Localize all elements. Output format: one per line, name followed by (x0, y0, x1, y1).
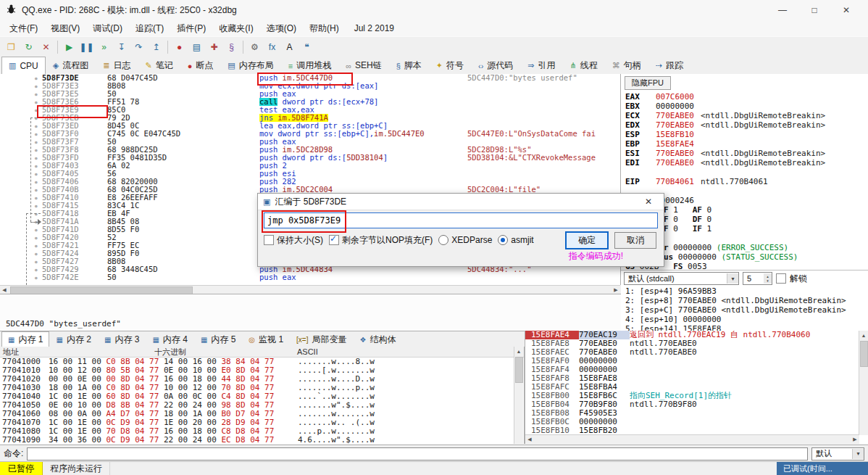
breakpoint-dot-icon[interactable]: ● (35, 234, 38, 241)
chevron-down-icon[interactable]: ▾ (852, 449, 864, 459)
disasm-row[interactable]: ●5D8F73DE68 D047C45Dpush im.5DC447D05DC4… (0, 74, 620, 82)
breakpoint-dot-icon[interactable]: ● (35, 249, 38, 257)
restart-icon[interactable]: ↻ (20, 39, 37, 55)
ok-button[interactable]: 确定 (565, 231, 609, 249)
menu-item[interactable]: 视图(V) (44, 20, 86, 37)
run-trace-icon[interactable]: » (96, 39, 112, 55)
calling-convention-select[interactable]: 默认 (stdcall) ▾ (624, 272, 739, 285)
register-line[interactable]: ECX770EABE0<ntdll.DbgUiRemoteBreakin> (621, 111, 868, 120)
flag-value[interactable]: 1 (702, 224, 726, 234)
menu-item[interactable]: 帮助(H) (303, 20, 346, 37)
disasm-row[interactable]: ●5D8F742E50push eax (0, 273, 620, 281)
breakpoint-dot-icon[interactable]: ● (35, 90, 38, 98)
stack-row[interactable]: 15E8FAEC770EABE0ntdll.770EABE0 (525, 348, 868, 357)
menu-item[interactable]: 追踪(T) (129, 20, 170, 37)
hide-fpu-button[interactable]: 隐藏FPU (625, 76, 671, 90)
register-value[interactable]: 770B4061 (656, 177, 694, 186)
register-line[interactable]: EAX007C6000 (621, 92, 868, 102)
disasm-row[interactable]: ●5D8F73E550push eax (0, 90, 620, 98)
menu-item[interactable]: 调试(D) (86, 20, 129, 37)
disasm-row[interactable]: ●5D8F73ED8D45 0Clea eax,dword ptr ss:[eb… (0, 122, 620, 130)
settings-gear-icon[interactable]: ⚙ (246, 39, 263, 55)
argument-count-stepper[interactable]: 5 ▴▾ (743, 272, 772, 285)
tab-locals[interactable]: [x=]局部变量 (290, 331, 353, 347)
tab-source[interactable]: ‹›源代码 (471, 57, 520, 74)
calculator-icon[interactable]: fx (264, 39, 280, 55)
run-icon[interactable]: ▶ (61, 39, 78, 55)
tab-threads[interactable]: ⋔线程 (563, 57, 605, 74)
disasm-row[interactable]: ●5D8F74036A 02push 2 (0, 162, 620, 170)
breakpoint-dot-icon[interactable]: ● (35, 218, 38, 226)
disasm-row[interactable]: ●5D8F73F0C745 0C E047C45Dmov dword ptr s… (0, 130, 620, 138)
breakpoint-dot-icon[interactable]: ● (35, 210, 38, 218)
register-value[interactable]: 770EABE0 (656, 120, 694, 130)
breakpoint-dot-icon[interactable]: ● (35, 154, 38, 162)
tab-memory-3[interactable]: ▦内存 3 (98, 331, 146, 347)
register-value[interactable]: 15E8FB10 (656, 130, 694, 139)
assemble-input[interactable] (264, 212, 658, 228)
breakpoint-dot-icon[interactable]: ● (35, 194, 38, 202)
register-value[interactable]: 15E8FAE4 (656, 139, 694, 149)
segment-value[interactable]: 0053 (683, 262, 721, 270)
stack-row[interactable]: 15E8FB0015E8FB6C指向SEH_Record[1]的指针 (525, 392, 868, 400)
tab-breakpoints[interactable]: ●断点 (180, 57, 221, 74)
flag-value[interactable]: 0 (669, 224, 693, 234)
tab-call-stack[interactable]: ≡调用堆栈 (281, 57, 338, 74)
nop-fill-option[interactable]: 剩余字节以NOP填充(F) (329, 234, 433, 247)
stack-row[interactable]: 15E8FAF815E8FAE8 (525, 374, 868, 383)
disasm-row[interactable]: ●5D8F740668 82020000push 282 (0, 178, 620, 186)
tab-memory-5[interactable]: ▦内存 5 (194, 331, 242, 347)
stack-row[interactable]: 15E8FAE4770EAC19返回到 ntdll.770EAC19 自 ntd… (525, 331, 868, 339)
argument-row[interactable]: 1: [esp+4] 96A59BB3 (621, 286, 868, 296)
dump-vscrollbar[interactable]: ▲ (514, 347, 523, 444)
register-line[interactable]: EIP770B4061ntdll.770B4061 (621, 177, 868, 186)
argument-row[interactable]: 2: [esp+8] 770EABE0 <ntdll.DbgUiRemoteBr… (621, 296, 868, 305)
dialog-titlebar[interactable]: ▣ 汇编于 5D8F73DE ✕ (258, 194, 664, 210)
breakpoint-dot-icon[interactable]: ● (35, 265, 38, 273)
scroll-thumb[interactable] (10, 286, 193, 294)
tab-graph[interactable]: ◈流程图 (46, 57, 96, 74)
breakpoint-dot-icon[interactable]: ● (35, 241, 38, 249)
scroll-up-icon[interactable]: ▲ (859, 331, 868, 339)
tab-memory-4[interactable]: ▦内存 4 (146, 331, 193, 347)
script-icon[interactable]: § (223, 39, 240, 55)
dialog-close-icon[interactable]: ✕ (638, 197, 659, 207)
tab-memory-1[interactable]: ▦内存 1 (1, 331, 49, 348)
breakpoint-dot-icon[interactable]: ● (35, 226, 38, 234)
stack-row[interactable]: 15E8FAE8770EABE0ntdll.770EABE0 (525, 339, 868, 348)
register-line[interactable]: EDI770EABE0<ntdll.DbgUiRemoteBreakin> (621, 158, 868, 168)
disasm-row[interactable]: ●5D8F73E985C0test eax,eax (0, 106, 620, 114)
tab-script[interactable]: §脚本 (389, 57, 429, 74)
dump-row[interactable]: 7704109034 00 36 00 0C D9 04 77 22 00 24… (0, 436, 524, 445)
keep-size-checkbox[interactable] (264, 235, 274, 245)
tab-log[interactable]: ≣日志 (96, 57, 138, 74)
asmjit-radio[interactable] (498, 235, 508, 245)
stack-hscrollbar[interactable]: ◀ ▶ (525, 434, 859, 444)
breakpoint-dot-icon[interactable]: ● (35, 146, 38, 154)
close-button[interactable]: ✕ (830, 1, 862, 20)
breakpoint-dot-icon[interactable]: ● (35, 178, 38, 186)
menu-item[interactable]: 文件(F) (3, 20, 44, 37)
register-value[interactable]: 770EABE0 (656, 111, 694, 120)
menu-item[interactable]: 选项(O) (260, 20, 303, 37)
maximize-button[interactable]: □ (798, 1, 830, 20)
register-value[interactable]: 770EABE0 (656, 158, 694, 168)
disasm-row[interactable]: ●5D8F73E38B08mov ecx,dword ptr ds:[eax] (0, 82, 620, 90)
stack-vscrollbar[interactable]: ▲ (859, 331, 868, 435)
breakpoint-dot-icon[interactable]: ● (35, 98, 38, 106)
breakpoint-dot-icon[interactable]: ● (35, 82, 38, 90)
flag-value[interactable]: 1 (669, 205, 693, 215)
nop-fill-checkbox[interactable] (329, 235, 339, 245)
patch-icon[interactable]: ✚ (206, 39, 222, 55)
tab-watch-1[interactable]: ◎监视 1 (242, 331, 290, 347)
scroll-left-icon[interactable]: ◀ (525, 435, 534, 444)
step-into-icon[interactable]: ↧ (113, 39, 130, 55)
command-mode-select[interactable]: 默认 ▾ (811, 447, 864, 460)
keep-size-option[interactable]: 保持大小(S) (264, 234, 323, 247)
register-line[interactable]: EBP15E8FAE4 (621, 139, 868, 149)
tab-struct[interactable]: ❖结构体 (354, 331, 403, 347)
stack-row[interactable]: 15E8FB04770B9F80ntdll.770B9F80 (525, 400, 868, 409)
help-chat-icon[interactable]: ❝ (299, 39, 315, 55)
xedparse-radio[interactable] (438, 235, 448, 245)
chevron-down-icon[interactable]: ▾ (727, 273, 738, 284)
